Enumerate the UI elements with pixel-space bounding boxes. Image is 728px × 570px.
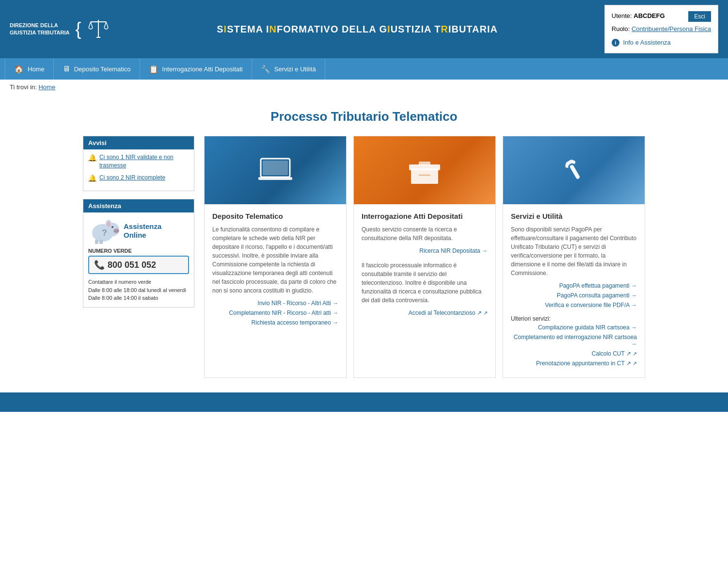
card-interrogazione-link-top[interactable]: Ricerca NIR Depositata →	[362, 247, 488, 254]
svg-point-12	[115, 230, 116, 232]
svg-line-4	[104, 22, 106, 28]
archive-box-icon	[405, 155, 444, 186]
nav-home-label: Home	[28, 65, 45, 73]
page-title: Processo Tributario Telematico	[83, 109, 645, 124]
ulteriori-label: Ulteriori servizi:	[511, 315, 637, 322]
card-deposito-link-2[interactable]: Completamento NIR - Ricorso - Altri atti…	[212, 309, 338, 316]
card-deposito-link-3[interactable]: Richiesta accesso temporaneo →	[212, 319, 338, 326]
card-deposito-body: Deposito Telematico Le funzionalità cons…	[205, 204, 346, 377]
card-deposito-header	[205, 136, 346, 204]
org-text: DIREZIONE DELLA GIUSTIZIA TRIBUTARIA	[10, 22, 69, 37]
nav-deposito[interactable]: 🖥 Deposito Telematico	[54, 58, 140, 80]
svg-line-3	[91, 22, 93, 28]
role-row: Ruolo: Contribuente/Persona Fisica	[612, 23, 711, 34]
card-servizi-link-4[interactable]: Compilazione guidata NIR cartsoea →	[511, 324, 637, 331]
nav-home[interactable]: 🏠 Home	[5, 58, 54, 80]
card-deposito-link-1[interactable]: Invio NIR - Ricorso - Altri Atti →	[212, 300, 338, 307]
svg-line-2	[89, 22, 91, 28]
card-servizi-link-1[interactable]: PagoPA effettua pagamenti →	[511, 282, 637, 289]
cards-grid: Avvisi 🔔 Ci sono 1 NIR validate e non tr…	[83, 136, 645, 378]
svg-rect-26	[570, 164, 581, 179]
header-left: DIREZIONE DELLA GIUSTIZIA TRIBUTARIA {	[10, 17, 110, 42]
contact-info: Contattare il numero verde Dalle 8:00 al…	[88, 278, 189, 302]
home-icon: 🏠	[14, 65, 24, 74]
nav-interrogazione[interactable]: 📋 Interrogazione Atti Depositati	[140, 58, 252, 80]
laptop-icon	[256, 155, 295, 186]
svg-point-14	[111, 226, 113, 228]
header-title: SISTEMA INFORMATIVO DELLA GIUSTIZIA TRIB…	[110, 24, 604, 35]
org-line1: DIREZIONE DELLA	[10, 22, 69, 29]
esci-button[interactable]: Esci	[688, 11, 711, 22]
card-interrogazione-body: Interrogazione Atti Depositati Questo se…	[354, 204, 495, 377]
card-servizi-link-7[interactable]: Prenotazione appuntamento in CT ↗	[511, 360, 637, 367]
card-interrogazione: Interrogazione Atti Depositati Questo se…	[353, 136, 496, 378]
svg-rect-15	[95, 240, 98, 244]
card-servizi: Servizi e Utilità Sono disponibili servi…	[503, 136, 645, 378]
card-servizi-link-5[interactable]: Completamento ed interrogazione NIR cart…	[511, 334, 637, 347]
info-icon: i	[612, 39, 619, 47]
svg-rect-19	[263, 161, 288, 175]
card-servizi-title: Servizi e Utilità	[511, 212, 637, 220]
deposito-icon: 🖥	[63, 65, 70, 73]
card-servizi-link-3[interactable]: Verifica e conversione file PDF/A →	[511, 302, 637, 309]
user-row: Utente: ABCDEFG Esci	[612, 10, 711, 21]
assistenza-top: ? AssistenzaOnline	[88, 217, 189, 244]
header: DIREZIONE DELLA GIUSTIZIA TRIBUTARIA { S…	[0, 0, 728, 58]
card-interrogazione-header	[354, 136, 495, 204]
svg-line-5	[106, 22, 108, 28]
card-servizi-desc: Sono disponibili servizi PagoPA per effe…	[511, 225, 637, 277]
svg-point-11	[113, 228, 119, 233]
nav-bar: 🏠 Home 🖥 Deposito Telematico 📋 Interroga…	[0, 58, 728, 80]
card-servizi-header	[503, 136, 645, 204]
footer-bar	[0, 392, 728, 412]
card-deposito-desc: Le funzionalità consentono di compilare …	[212, 225, 338, 295]
card-interrogazione-desc2: Il fascicolo processuale informatico è c…	[362, 261, 488, 305]
avviso-1[interactable]: 🔔 Ci sono 1 NIR validate e non trasmesse	[88, 153, 189, 170]
breadcrumb-home-link[interactable]: Home	[38, 83, 55, 91]
svg-rect-22	[411, 168, 438, 184]
avvisi-section: Avvisi 🔔 Ci sono 1 NIR validate e non tr…	[83, 136, 194, 191]
breadcrumb: Ti trovi in: Home	[0, 80, 728, 95]
avvisi-body: 🔔 Ci sono 1 NIR validate e non trasmesse…	[83, 149, 194, 191]
numero-verde-label: NUMERO VERDE	[88, 248, 189, 254]
nav-interrogazione-label: Interrogazione Atti Depositati	[162, 65, 243, 73]
role-label: Ruolo:	[612, 25, 630, 33]
svg-point-13	[117, 230, 118, 232]
assistenza-section: Assistenza	[83, 199, 194, 308]
assistenza-pig-icon: ?	[88, 217, 120, 244]
card-servizi-link-6[interactable]: Calcolo CUT ↗	[511, 350, 637, 357]
card-deposito-title: Deposito Telematico	[212, 212, 338, 220]
numero-verde: 800 051 052	[108, 260, 156, 270]
sidebar: Avvisi 🔔 Ci sono 1 NIR validate e non tr…	[83, 136, 194, 308]
nav-servizi-label: Servizi e Utilità	[274, 65, 316, 73]
user-info-box: Utente: ABCDEFG Esci Ruolo: Contribuente…	[604, 5, 718, 53]
card-interrogazione-link-bottom[interactable]: Accedi al Telecontanzioso ↗	[362, 309, 488, 316]
avviso-2[interactable]: 🔔 Ci sono 2 NIR incomplete	[88, 174, 189, 183]
scale-icon	[87, 17, 110, 42]
avviso-2-text: Ci sono 2 NIR incomplete	[99, 174, 165, 182]
cards-main: Deposito Telematico Le funzionalità cons…	[204, 136, 645, 378]
info-assistenza-link[interactable]: i Info e Assistenza	[612, 37, 711, 48]
numero-verde-box: 📞 800 051 052	[88, 256, 189, 274]
svg-rect-21	[269, 177, 281, 179]
wrench-icon	[554, 155, 593, 186]
card-deposito: Deposito Telematico Le funzionalità cons…	[204, 136, 347, 378]
interrogazione-icon: 📋	[149, 65, 158, 74]
role-link[interactable]: Contribuente/Persona Fisica	[632, 25, 711, 33]
org-line2: GIUSTIZIA TRIBUTARIA	[10, 29, 69, 36]
nav-servizi[interactable]: 🔧 Servizi e Utilità	[252, 58, 325, 80]
main-content: Processo Tributario Telematico Avvisi 🔔 …	[73, 95, 655, 392]
user-label: Utente:	[612, 12, 632, 19]
breadcrumb-text: Ti trovi in:	[10, 83, 37, 91]
info-link-text: Info e Assistenza	[623, 39, 670, 46]
user-name: ABCDEFG	[633, 12, 665, 19]
assistenza-title: Assistenza	[83, 199, 194, 212]
avvisi-title: Avvisi	[83, 136, 194, 149]
phone-icon: 📞	[94, 260, 105, 270]
svg-point-10	[107, 221, 111, 227]
svg-rect-24	[419, 162, 430, 165]
svg-text:?: ?	[102, 228, 107, 238]
card-servizi-link-2[interactable]: PagoPA consulta pagamenti →	[511, 292, 637, 299]
card-interrogazione-desc: Questo servizio consente la ricerca e co…	[362, 225, 488, 243]
assistenza-online-label: AssistenzaOnline	[124, 222, 161, 240]
